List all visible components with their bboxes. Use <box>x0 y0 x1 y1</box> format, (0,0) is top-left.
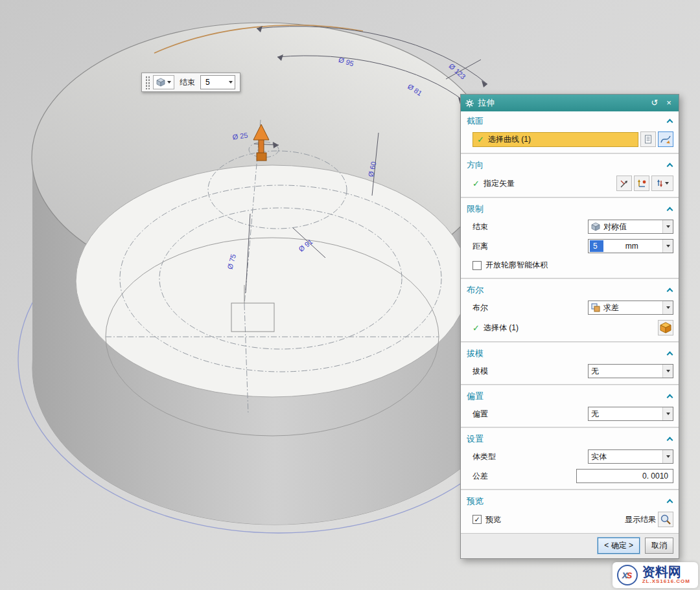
section-divider <box>461 278 679 279</box>
onscreen-input-toolbar: 结束 5 <box>141 73 240 92</box>
offset-row: 偏置 无 <box>461 404 679 424</box>
open-profile-checkbox[interactable] <box>472 261 482 270</box>
tolerance-label: 公差 <box>472 471 488 482</box>
offset-field-label: 偏置 <box>472 409 488 420</box>
chevron-up-icon <box>667 437 673 444</box>
section-divider <box>461 489 679 490</box>
section-header-draft[interactable]: 拔模 <box>461 344 679 361</box>
dialog-titlebar[interactable]: 拉伸 ↺ × <box>461 95 679 111</box>
select-body-label: 选择体 (1) <box>484 323 519 334</box>
inferred-vector-button[interactable] <box>616 176 632 191</box>
section-header-preview[interactable]: 预览 <box>461 492 679 509</box>
end-label: 结束 <box>178 77 197 88</box>
watermark-name: 资料网 <box>642 565 690 579</box>
section-header-settings[interactable]: 设置 <box>461 429 679 447</box>
distance-field-label: 距离 <box>472 241 488 252</box>
reset-icon[interactable]: ↺ <box>649 98 660 108</box>
offset-dropdown[interactable]: 无 <box>588 407 673 421</box>
sketch-curve-icon <box>660 134 671 144</box>
section-header-limits[interactable]: 限制 <box>461 199 679 217</box>
select-curve-field[interactable]: ✓ 选择曲线 (1) <box>472 132 638 147</box>
body-type-label: 体类型 <box>472 451 496 462</box>
preview-checkbox[interactable]: ✓ <box>472 515 482 524</box>
show-result-label: 显示结果 <box>625 514 656 525</box>
watermark-url: ZL.XS1616.COM <box>642 579 690 584</box>
section-divider <box>461 427 679 428</box>
select-curve-label: 选择曲线 (1) <box>488 134 531 145</box>
section-divider <box>461 384 679 385</box>
reverse-direction-button[interactable] <box>651 176 673 191</box>
draft-field-label: 拔模 <box>472 366 488 377</box>
close-icon[interactable]: × <box>664 98 674 108</box>
dropdown-caret <box>662 365 673 378</box>
cancel-button[interactable]: 取消 <box>645 538 673 554</box>
vector-icon <box>620 179 629 188</box>
end-type-dropdown[interactable]: 对称值 <box>588 220 673 234</box>
specify-vector-label: 指定矢量 <box>484 178 515 189</box>
watermark-logo-s: s <box>627 569 633 581</box>
section-header-direction[interactable]: 方向 <box>461 155 679 173</box>
distance-row: 距离 5 mm <box>461 236 679 256</box>
dropdown-caret-icon <box>229 81 233 84</box>
body-type-dropdown[interactable]: 实体 <box>588 449 673 464</box>
section-title-label: 预览 <box>467 495 484 507</box>
boolean-row: 布尔 求差 <box>461 298 679 317</box>
tolerance-value: 0. 0010 <box>642 471 668 481</box>
boolean-field-label: 布尔 <box>472 302 488 313</box>
boolean-dropdown[interactable]: 求差 <box>588 301 673 315</box>
section-divider <box>461 153 679 154</box>
select-body-button[interactable] <box>658 320 673 335</box>
dropdown-caret-icon <box>167 81 171 84</box>
distance-input[interactable]: 5 mm <box>588 239 673 253</box>
end-type-button[interactable] <box>153 75 174 89</box>
ok-button[interactable]: < 确定 > <box>598 538 640 554</box>
vector-dialog-button[interactable] <box>634 176 649 191</box>
extrude-dialog: 拉伸 ↺ × 截面 ✓ 选择曲线 (1) <box>460 94 679 559</box>
chevron-up-icon <box>667 352 673 358</box>
end-type-value: 对称值 <box>603 221 627 233</box>
section-divider <box>461 341 679 343</box>
section-header-boolean[interactable]: 布尔 <box>461 280 679 298</box>
distance-onscreen-select[interactable]: 5 <box>200 75 235 89</box>
sketch-section-button[interactable] <box>658 131 673 147</box>
distance-onscreen-value: 5 <box>205 78 210 87</box>
body-type-row: 体类型 实体 <box>461 447 679 466</box>
chevron-up-icon <box>667 163 673 170</box>
axes-icon <box>637 179 647 188</box>
select-body-row: ✓ 选择体 (1) <box>461 317 679 338</box>
draft-dropdown[interactable]: 无 <box>588 364 673 378</box>
checkbox-check-icon: ✓ <box>474 516 480 523</box>
section-title-label: 方向 <box>467 159 484 171</box>
tolerance-input[interactable]: 0. 0010 <box>576 469 673 483</box>
section-divider <box>461 197 679 198</box>
chevron-up-icon <box>667 207 673 214</box>
section-title-label: 拔模 <box>467 348 484 359</box>
draft-row: 拔模 无 <box>461 361 679 381</box>
section-title-label: 布尔 <box>467 284 484 296</box>
application-window: Ø 95 Ø 81 Ø 123 Ø 60 Ø 25 Ø 75 Ø 91 结束 <box>0 0 700 590</box>
toolbar-grip-handle[interactable] <box>145 75 150 89</box>
chevron-up-icon <box>667 499 673 506</box>
section-title-label: 截面 <box>467 115 484 127</box>
boolean-value: 求差 <box>603 302 619 313</box>
magnifier-icon <box>660 514 671 525</box>
solid-body-icon <box>660 322 671 334</box>
curve-options-button[interactable] <box>640 131 656 147</box>
dropdown-caret <box>662 450 673 463</box>
distance-unit: mm <box>625 242 640 251</box>
check-icon: ✓ <box>477 135 484 144</box>
open-profile-row: 开放轮廓智能体积 <box>461 256 679 275</box>
section-title-label: 设置 <box>467 433 484 445</box>
show-result-button[interactable] <box>658 512 673 527</box>
check-icon: ✓ <box>472 323 480 333</box>
end-field-label: 结束 <box>472 221 488 233</box>
preview-label: 预览 <box>485 514 501 525</box>
select-curve-row: ✓ 选择曲线 (1) <box>461 129 679 150</box>
end-row: 结束 对称值 <box>461 217 679 236</box>
preview-row: ✓ 预览 显示结果 <box>461 509 679 530</box>
gear-icon <box>465 99 474 108</box>
section-header-section[interactable]: 截面 <box>461 111 679 129</box>
reverse-arrows-icon <box>656 179 664 188</box>
section-header-offset[interactable]: 偏置 <box>461 387 679 404</box>
section-title-label: 偏置 <box>467 391 484 402</box>
